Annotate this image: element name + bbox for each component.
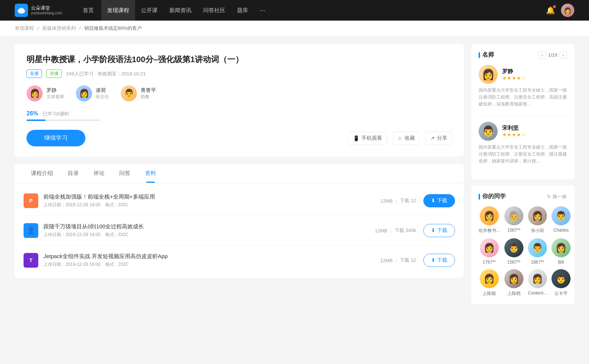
course-title: 明星中教授课，小学阶段语法100分–强化级第1讲动词（一） [27, 54, 452, 65]
course-stats: 246人已学习 · 有效期至：2019-10-21 [66, 71, 146, 77]
logo-icon [15, 4, 28, 17]
student-8: 👩 Bill [551, 238, 571, 265]
download-button-3[interactable]: ⬇ 下载 [423, 254, 455, 267]
sidebar-teacher-desc-2: 国内某重点大学安全工程专业硕士，国家一级注册消防工程师、注册安全工程师、级注册建… [479, 144, 567, 165]
student-10: 👩 上陈档 [504, 269, 523, 297]
student-avatar-11: 👩 [528, 269, 547, 288]
continue-button[interactable]: 继续学习 [27, 130, 85, 146]
sidebar-teacher-2: 👨 宋利坚 ★★★★☆ 国内某重点大学安全工程专业硕士，国家一级注册消防工程师、… [479, 122, 567, 165]
next-teacher-btn[interactable]: › [560, 51, 567, 59]
course-meta: 直播 录播 246人已学习 · 有效期至：2019-10-21 [27, 69, 452, 78]
file-info-2: 跟随千万级项目从0到100全过程高效成长 上传日期：2019-12-28 16:… [43, 223, 375, 238]
tabs-header: 课程介绍 目录 评论 问答 资料 [15, 164, 464, 183]
file-icon-1: P [24, 193, 38, 208]
notification-dot [553, 5, 556, 8]
share-icon: ↗ [430, 135, 435, 141]
mobile-view-button[interactable]: 📱 手机观看 [348, 132, 387, 145]
sidebar-teacher-name-2: 宋利坚 [502, 125, 526, 132]
student-name-2: 1567** [507, 228, 521, 233]
student-name-11: Content... [528, 290, 547, 296]
nav-item-discover[interactable]: 发现课程 [101, 0, 135, 21]
progress-bar-bg [27, 119, 100, 121]
student-5: 👩 1767** [479, 238, 500, 265]
star-icon: ☆ [398, 135, 402, 141]
file-name-3: Jetpack全组件实战 开发短视频应用高仿皮皮虾App [43, 253, 380, 260]
teacher-role-3: 助教 [141, 94, 156, 100]
file-meta-1: 上传日期：2019-12-28 16:00 格式：DOC [43, 202, 380, 208]
user-avatar[interactable]: 👩 [561, 4, 574, 17]
file-downloads-2: 下载 3456 [395, 227, 416, 234]
sidebar-avatar-2: 👨 [479, 122, 498, 141]
breadcrumb-discover[interactable]: 发现课程 [15, 25, 34, 31]
tab-intro[interactable]: 课程介绍 [24, 164, 60, 183]
teachers-sidebar-card: 名师 ‹ 1/10 › 👩 罗静 ★★★★☆ [471, 44, 574, 179]
teachers-sidebar-title: 名师 ‹ 1/10 › [479, 51, 567, 59]
main-layout: 明星中教授课，小学阶段语法100分–强化级第1讲动词（一） 直播 录播 246人… [0, 36, 589, 317]
student-avatar-10: 👩 [504, 269, 523, 288]
nav-item-qa[interactable]: 问答社区 [197, 0, 231, 21]
nav-item-news[interactable]: 新闻资讯 [163, 0, 197, 21]
student-avatar-4: 👨 [551, 206, 571, 225]
teachers-label: 名师 [482, 51, 494, 59]
teachers-pagination: ‹ 1/10 › [539, 51, 567, 59]
logo[interactable]: 云朵课堂 yunduoketang.com [15, 4, 62, 17]
tab-review[interactable]: 评论 [86, 164, 112, 183]
tabs-card: 课程介绍 目录 评论 问答 资料 P 前端全栈加强版！前端全栈+全周期+多端应用… [15, 164, 464, 278]
nav-item-home[interactable]: 首页 [77, 0, 100, 21]
refresh-button[interactable]: ↻ 换一换 [547, 193, 567, 200]
students-title-bar [479, 194, 480, 200]
svg-point-2 [18, 9, 22, 12]
student-avatar-1: 👩 [480, 206, 499, 225]
share-button[interactable]: ↗ 分享 [426, 132, 452, 145]
teacher-item-3: 👨 青青平 助教 [121, 85, 156, 101]
teacher-item-2: 👩 凌荷 班主任 [76, 85, 109, 101]
teacher-role-2: 班主任 [96, 94, 109, 100]
tab-catalog[interactable]: 目录 [60, 164, 86, 183]
student-11: 👩 Content... [528, 269, 547, 297]
students-header: 你的同学 ↻ 换一换 [479, 193, 567, 200]
student-avatar-6: 👨 [504, 238, 523, 257]
file-item-3: T Jetpack全组件实战 开发短视频应用高仿皮皮虾App 上传日期：2019… [24, 246, 455, 275]
tab-files[interactable]: 资料 [138, 164, 163, 183]
teacher-item-1: 👩 罗静 主讲老师 [27, 85, 64, 101]
student-2: 🧓 1567** [504, 206, 523, 234]
student-1: 👩 化学教书... [479, 206, 500, 234]
notification-bell[interactable]: 🔔 [546, 6, 555, 15]
badge-record: 录播 [46, 69, 62, 78]
prev-teacher-btn[interactable]: ‹ [539, 51, 546, 59]
student-avatar-3: 👩 [528, 206, 547, 225]
student-3: 👩 张小田 [528, 206, 547, 234]
progress-bar-fill [27, 119, 46, 121]
student-avatar-5: 👩 [480, 238, 499, 257]
breadcrumb-series[interactable]: 新媒体营销系列 [42, 25, 76, 31]
nav-item-more[interactable]: ··· [254, 0, 271, 21]
file-list: P 前端全栈加强版！前端全栈+全周期+多端应用 上传日期：2019-12-28 … [15, 183, 464, 278]
sidebar-teacher-desc-1: 国内某重点大学安全工程专业硕士，国家一级注册消防工程师、注册安全工程师、高级注册… [479, 87, 567, 108]
student-name-10: 上陈档 [507, 290, 521, 297]
sidebar: 名师 ‹ 1/10 › 👩 罗静 ★★★★☆ [471, 44, 574, 310]
nav-right: 🔔 👩 [546, 4, 574, 17]
student-name-8: Bill [558, 260, 564, 265]
student-4: 👨 Charles [551, 206, 571, 234]
file-name-2: 跟随千万级项目从0到100全过程高效成长 [43, 223, 375, 230]
file-downloads-1: 下载 12 [400, 197, 416, 204]
nav-item-quiz[interactable]: 题库 [231, 0, 254, 21]
download-button-2[interactable]: ⬇ 下载 [423, 224, 455, 237]
students-grid: 👩 化学教书... 🧓 1567** 👩 张小田 [479, 206, 567, 297]
download-button-1[interactable]: ⬇ 下载 [423, 194, 455, 207]
action-buttons: 📱 手机观看 ☆ 收藏 ↗ 分享 [348, 132, 452, 145]
course-actions: 继续学习 📱 手机观看 ☆ 收藏 ↗ 分享 [27, 130, 452, 146]
collect-button[interactable]: ☆ 收藏 [393, 132, 420, 145]
nav-item-open[interactable]: 公开课 [135, 0, 163, 21]
file-stats-3: 12MB | 下载 12 [380, 257, 416, 264]
student-name-5: 1767** [483, 260, 496, 265]
breadcrumb-current: 销冠修炼术搞定80%的客户 [84, 25, 142, 31]
student-name-4: Charles [553, 228, 568, 233]
sidebar-stars-2: ★★★★☆ [502, 132, 526, 138]
sidebar-avatar-1: 👩 [479, 65, 498, 84]
student-name-1: 化学教书... [479, 228, 500, 234]
file-stats-1: 12MB | 下载 12 [380, 197, 416, 204]
student-name-12: 云卡平 [554, 290, 568, 297]
tab-qa[interactable]: 问答 [112, 164, 138, 183]
progress-pct: 26% [27, 110, 38, 117]
